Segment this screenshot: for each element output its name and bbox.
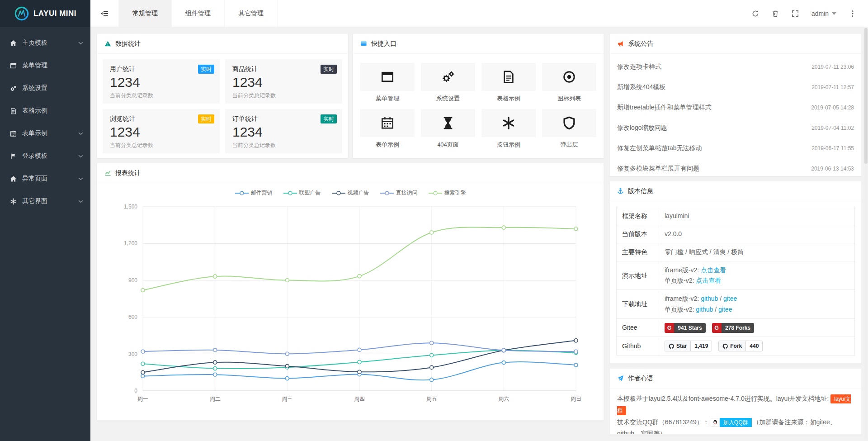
sidebar-toggle-button[interactable] [90,0,118,27]
svg-text:周四: 周四 [354,396,365,402]
quick-popup-layer[interactable]: 弹出层 [542,109,596,149]
fullscreen-button[interactable] [792,10,799,17]
svg-text:周五: 周五 [426,396,437,402]
ellipsis-icon [849,10,856,17]
sidebar-item-form-demo[interactable]: 表单示例 [0,122,90,145]
notice-item[interactable]: 修改logo缩放问题2019-07-04 11:02 [617,118,854,138]
quick-label: 弹出层 [542,141,596,149]
snowflake-icon [481,109,536,137]
window-icon [360,63,415,91]
notice-item[interactable]: 修改选项卡样式2019-07-11 23:06 [617,57,854,77]
file-icon [9,108,17,114]
svg-text:周日: 周日 [571,396,581,402]
stat-desc: 当前分类总记录数 [232,92,335,100]
github-link[interactable]: github [696,306,713,313]
card-data-statistics: 数据统计 用户统计 1234 当前分类总记录数 实时 商品统计 1 [97,33,348,158]
svg-text:周二: 周二 [210,396,221,402]
github-link[interactable]: github [701,295,718,302]
stat-box-users[interactable]: 用户统计 1234 当前分类总记录数 实时 [103,59,220,104]
legend-item-0[interactable]: 邮件营销 [235,189,273,197]
svg-text:周六: 周六 [498,396,509,402]
stat-box-views[interactable]: 浏览统计 1234 当前分类总记录数 实时 [103,109,220,153]
clear-cache-button[interactable] [772,10,779,17]
chevron-down-icon [78,177,83,180]
card-header: 报表统计 [97,163,604,183]
legend-item-3[interactable]: 直接访问 [380,189,418,197]
report-chart: 03006009001,2001,500周一周二周三周四周五周六周日 [97,197,604,420]
user-menu[interactable]: admin [811,10,836,17]
gears-icon [9,85,17,92]
right-column: 系统公告 修改选项卡样式2019-07-11 23:06 新增系统404模板20… [609,33,862,435]
quick-form-demo[interactable]: 表单示例 [360,109,415,149]
logo[interactable]: LAYUI MINI [0,0,90,27]
quick-icon-list[interactable]: 图标列表 [542,63,596,103]
sidebar-item-home[interactable]: 主页模板 [0,32,90,54]
version-label: 主要特色 [617,243,659,261]
sidebar-item-table-demo[interactable]: 表格示例 [0,100,90,122]
home-icon [9,175,17,182]
quick-button-demo[interactable]: 按钮示例 [481,109,536,149]
scrollbar[interactable] [864,28,868,440]
sidebar-item-error-pages[interactable]: 异常页面 [0,167,90,190]
quick-menu-manage[interactable]: 菜单管理 [360,63,415,103]
stat-desc: 当前分类总记录数 [110,142,212,149]
stat-box-goods[interactable]: 商品统计 1234 当前分类总记录数 实时 [225,59,342,104]
gitee-forks-badge[interactable]: G278 Forks [712,323,754,333]
status-badge: 实时 [321,114,337,123]
stat-value: 1234 [110,124,212,140]
notice-item[interactable]: 新增treetable插件和菜单管理样式2019-07-05 14:28 [617,97,854,118]
legend-item-2[interactable]: 视频广告 [332,189,369,197]
calendar-icon [360,109,415,137]
demo-link[interactable]: 点击查看 [696,277,721,284]
tab-other-manage[interactable]: 其它管理 [225,0,278,27]
github-star-count: 1,419 [691,341,712,351]
home-icon [9,40,17,47]
quick-404-page[interactable]: 404页面 [421,109,475,149]
content-area: 数据统计 用户统计 1234 当前分类总记录数 实时 商品统计 1 [90,27,868,441]
legend-marker-icon [332,190,345,196]
github-star-badge[interactable]: Star 1,419 [665,341,712,351]
gitee-link[interactable]: gitee [723,295,737,302]
quick-table-demo[interactable]: 表格示例 [481,63,536,103]
quick-label: 图标列表 [542,95,596,103]
demo-link[interactable]: 点击查看 [701,266,726,274]
sidebar-item-login-demo[interactable]: 登录模板 [0,145,90,167]
chevron-down-icon [78,42,83,45]
legend-item-1[interactable]: 联盟广告 [283,189,321,197]
calendar-icon [9,130,17,137]
version-label: Gitee [617,318,659,337]
join-qq-group-button[interactable]: 加入QQ群 [711,418,752,427]
tab-label: 组件管理 [185,9,211,18]
main-area: 常规管理 组件管理 其它管理 admin [90,0,868,441]
card-title: 快捷入口 [371,40,396,48]
tab-general-manage[interactable]: 常规管理 [118,0,172,27]
sidebar-item-other-pages[interactable]: 其它界面 [0,190,90,213]
status-badge: 实时 [198,114,214,123]
qq-penguin-icon [711,418,720,427]
tab-component-manage[interactable]: 组件管理 [172,0,225,27]
shield-icon [542,109,596,137]
table-row: 当前版本 v2.0.0 [617,225,855,243]
quick-system-settings[interactable]: 系统设置 [421,63,475,103]
tab-bar: 常规管理 组件管理 其它管理 [118,0,278,27]
stat-box-orders[interactable]: 订单统计 1234 当前分类总记录数 实时 [225,109,342,153]
sidebar-item-label: 系统设置 [22,84,83,92]
refresh-button[interactable] [752,10,759,17]
notice-item[interactable]: 新增系统404模板2019-07-11 12:57 [617,77,854,97]
gitee-stars-badge[interactable]: G941 Stars [665,323,706,333]
card-title: 作者心语 [628,375,653,383]
github-fork-badge[interactable]: Fork 440 [718,341,763,351]
legend-item-4[interactable]: 搜索引擎 [429,189,466,197]
demo-prefix: iframe版-v2: [665,266,699,274]
notice-item[interactable]: 修复左侧菜单缩放tab无法移动2019-06-17 11:55 [617,138,854,158]
svg-text:1,200: 1,200 [124,240,137,247]
notice-item[interactable]: 修复多模块菜单栏展开有问题2019-06-13 14:53 [617,158,854,179]
sidebar-item-menu-manage[interactable]: 菜单管理 [0,54,90,77]
author-text: 技术交流QQ群（667813249）： [617,418,709,426]
logo-icon [14,6,29,21]
scrollbar-thumb[interactable] [864,28,868,164]
sidebar-item-settings[interactable]: 系统设置 [0,77,90,100]
more-menu-button[interactable] [849,10,856,17]
table-row: 下载地址 iframe版-v2: github / gitee 单页版-v2: … [617,290,855,318]
gitee-link[interactable]: gitee [718,306,732,313]
